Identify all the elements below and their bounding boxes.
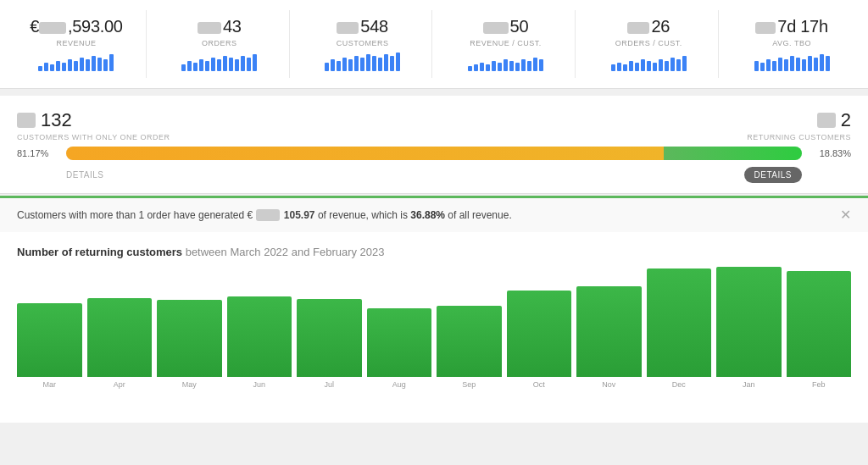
mini-bar	[217, 59, 221, 71]
single-pct-label: 81.17%	[17, 148, 58, 158]
mini-bar	[325, 63, 329, 71]
single-order-label: CUSTOMERS WITH ONLY ONE ORDER	[17, 133, 170, 141]
chart-subtitle: between March 2022 and February 2023	[186, 246, 385, 258]
mini-bar	[611, 64, 615, 71]
mini-bar	[617, 63, 621, 71]
mini-bar	[44, 63, 48, 71]
customers-blur	[337, 22, 359, 34]
mini-bar	[223, 56, 227, 71]
mini-bar	[229, 58, 233, 71]
mini-bar	[778, 58, 782, 71]
mini-bar	[247, 58, 251, 71]
mini-bar	[50, 64, 54, 71]
metric-revenue: €,593.00 REVENUE	[7, 10, 147, 78]
orders-value: 43	[198, 17, 242, 36]
mini-bar	[772, 61, 776, 71]
info-pct: 36.88%	[410, 209, 445, 221]
orange-bar	[66, 147, 664, 160]
mini-bar	[796, 58, 800, 71]
mini-bar	[784, 59, 788, 71]
mini-bar	[337, 61, 341, 71]
mini-bar	[205, 61, 209, 71]
mini-bar	[181, 64, 186, 71]
mini-bar	[68, 59, 72, 71]
returning-pct-label: 18.83%	[810, 148, 851, 158]
bar-label: Jan	[743, 380, 755, 389]
avg-tbo-chart	[754, 53, 830, 71]
mini-bar	[766, 59, 771, 71]
mini-bar	[241, 56, 245, 71]
rev-cust-label: REVENUE / CUST.	[470, 39, 542, 47]
mini-bar	[342, 58, 347, 71]
mini-bar	[790, 56, 794, 71]
mini-bar	[103, 59, 108, 71]
info-amount: 105.97	[284, 209, 315, 221]
bar-label: Feb	[812, 380, 826, 389]
mini-bar	[492, 61, 496, 71]
retention-top: 132 CUSTOMERS WITH ONLY ONE ORDER 2 RETU…	[17, 109, 851, 141]
retention-right: 2 RETURNING CUSTOMERS	[747, 109, 851, 141]
bar-column: Feb	[787, 271, 852, 389]
bar	[17, 303, 82, 377]
bar	[576, 286, 642, 377]
metric-orders: 43 ORDERS	[150, 10, 290, 78]
ord-cust-value: 26	[627, 17, 670, 36]
bar-label: Nov	[602, 380, 615, 389]
bar-column: Nov	[576, 286, 642, 389]
mini-bar	[80, 58, 84, 71]
mini-bar	[754, 61, 759, 71]
mini-bar	[504, 59, 508, 71]
mini-bar	[396, 53, 400, 71]
revenue-prefix: €	[30, 17, 39, 36]
mini-bar	[372, 56, 376, 71]
bar-label: Dec	[672, 380, 686, 389]
metrics-row: €,593.00 REVENUE 43 ORDERS	[0, 0, 868, 89]
info-amount-blur	[256, 209, 280, 221]
mini-bar	[820, 54, 824, 71]
chart-title: Number of returning customers between Ma…	[17, 246, 851, 258]
avg-tbo-blur	[755, 22, 776, 34]
mini-bar	[193, 63, 198, 71]
close-button[interactable]: ✕	[840, 208, 851, 222]
mini-bar	[378, 58, 382, 71]
bar	[507, 291, 572, 377]
mini-bar	[515, 63, 520, 71]
bar	[647, 268, 712, 377]
metric-orders-cust: 26 ORDERS / CUST.	[579, 10, 719, 78]
bar-label: Mar	[43, 380, 57, 389]
returning-label: RETURNING CUSTOMERS	[747, 133, 851, 141]
mini-bar	[641, 59, 645, 71]
green-bar	[664, 147, 802, 160]
customers-value: 548	[337, 17, 387, 36]
bar-column: Sep	[437, 306, 502, 389]
bar-label: Jun	[253, 380, 265, 389]
mini-bar	[802, 59, 806, 71]
orders-blur	[198, 22, 221, 34]
mini-bar	[211, 58, 215, 71]
bar	[157, 300, 222, 377]
bar-label: Apr	[114, 380, 125, 389]
revenue-label: REVENUE	[56, 39, 96, 47]
details-row: DETAILS DETAILS	[17, 167, 851, 183]
bar	[227, 296, 292, 377]
returning-blur	[817, 113, 836, 128]
orders-label: ORDERS	[202, 39, 237, 47]
progress-row: 81.17% 18.83%	[17, 147, 851, 160]
mini-bar	[760, 63, 765, 71]
bar	[716, 267, 782, 377]
retention-left: 132 CUSTOMERS WITH ONLY ONE ORDER	[17, 109, 170, 141]
mini-bar	[390, 56, 394, 71]
mini-bar	[74, 61, 78, 71]
details-left-button[interactable]: DETAILS	[66, 167, 103, 183]
bar-column: Oct	[507, 291, 572, 389]
details-right-button[interactable]: DETAILS	[744, 167, 802, 183]
metric-customers: 548 CUSTOMERS	[293, 10, 433, 78]
bar-column: Jun	[227, 296, 292, 389]
bar	[787, 271, 852, 377]
info-banner: Customers with more than 1 order have ge…	[0, 196, 868, 232]
bar-column: Mar	[17, 303, 82, 389]
ord-cust-blur	[627, 22, 649, 34]
mini-bar	[384, 54, 388, 71]
mini-bar	[533, 58, 537, 71]
mini-bar	[623, 64, 627, 71]
